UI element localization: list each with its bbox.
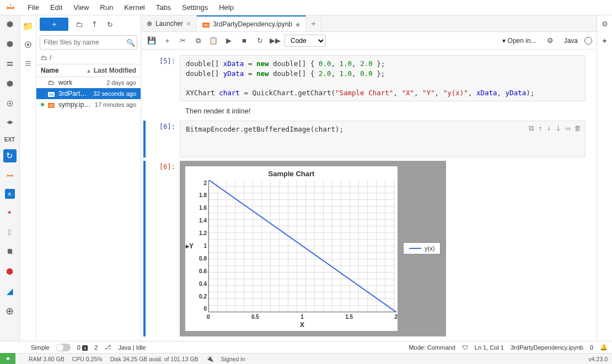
chart-xticks: 00.511.52	[207, 312, 398, 320]
corner-badge-icon[interactable]: ✦	[0, 353, 15, 364]
active-cell-indicator	[143, 121, 146, 157]
breadcrumb[interactable]: 🗀 /	[36, 52, 141, 64]
paste-icon[interactable]: 📋	[207, 35, 219, 47]
menu-help[interactable]: Help	[213, 2, 239, 13]
notebook-icon: nb	[47, 101, 55, 108]
activity-bar: EXT ↻ ≡ ■ 𓃰 ⬢ ◢ ⊕	[0, 15, 20, 341]
status-filename[interactable]: 3rdPartyDependency.ipynb	[511, 344, 583, 351]
menu-run[interactable]: Run	[94, 2, 119, 13]
doc-red-icon[interactable]: ■	[3, 205, 17, 219]
file-row[interactable]: nbsympy.ipynb17 minutes ago	[36, 99, 141, 110]
elephant-icon[interactable]: 𓃰	[3, 225, 17, 238]
menu-view[interactable]: View	[68, 2, 94, 13]
file-modified: 2 days ago	[106, 79, 136, 86]
delete-icon[interactable]: 🗑	[575, 123, 582, 133]
run-all-icon[interactable]: ▶▶	[269, 35, 281, 47]
shield-icon[interactable]: 🛡	[462, 344, 468, 351]
settings-gear-icon[interactable]: ⚙	[602, 20, 608, 28]
col-name[interactable]: Name	[41, 67, 87, 74]
kernel-status-icon[interactable]	[584, 37, 592, 45]
markdown-cell[interactable]: Then render it inline!	[143, 105, 586, 117]
code-editor[interactable]: double[] xData = new double[] { 0.0, 1.0…	[180, 55, 586, 101]
menu-kernel[interactable]: Kernel	[119, 2, 151, 13]
gear-icon[interactable]: ⚙	[544, 35, 556, 47]
file-name: 3rdPartyD...	[58, 90, 90, 97]
new-launcher-button[interactable]: ＋	[40, 18, 68, 31]
git-icon[interactable]: ⎇	[104, 344, 111, 351]
cube-icon[interactable]	[3, 18, 17, 31]
doc-blue-icon[interactable]: ≡	[5, 189, 15, 199]
insert-cell-icon[interactable]: ＋	[161, 35, 173, 47]
upload-icon[interactable]: ⤒	[89, 20, 99, 29]
notification-count[interactable]: 0	[590, 344, 593, 351]
refresh-box-icon[interactable]: ↻	[3, 149, 17, 162]
tab-add-button[interactable]: ＋	[306, 15, 321, 31]
menu-file[interactable]: File	[22, 2, 45, 13]
bug-icon[interactable]: ⬢	[3, 265, 17, 278]
tab-launcher[interactable]: ⊕Launcher×	[141, 15, 197, 31]
ram-status[interactable]: RAM 3.80 GB	[29, 356, 65, 362]
filter-box[interactable]: 🔍	[40, 35, 137, 50]
folder-icon[interactable]: 📁	[22, 20, 34, 32]
open-in-dropdown[interactable]: ▾ Open in...	[502, 37, 536, 45]
kernel-status-text[interactable]: Java | Idle	[118, 344, 146, 351]
bell-icon[interactable]: 🔔	[600, 344, 608, 351]
menu-settings[interactable]: Settings	[176, 2, 213, 13]
education-icon[interactable]	[3, 117, 17, 130]
col-modified[interactable]: Last Modified	[94, 67, 136, 74]
ext-label[interactable]: EXT	[4, 137, 15, 143]
run-icon[interactable]: ▶	[223, 35, 235, 47]
jupyter-small-icon[interactable]	[3, 169, 17, 182]
status-two[interactable]: 2	[94, 344, 98, 351]
db-icon[interactable]	[3, 245, 17, 258]
version-label[interactable]: v4.23.0	[589, 356, 608, 362]
file-row[interactable]: nb3rdPartyD...32 seconds ago	[36, 88, 141, 99]
target-icon[interactable]	[3, 97, 17, 110]
menu-tabs[interactable]: Tabs	[151, 2, 176, 13]
code-cell-active[interactable]: [6]: BitmapEncoder.getBufferedImage(char…	[143, 121, 586, 157]
menu-edit[interactable]: Edit	[45, 2, 68, 13]
tab-3rdpartydependency-ipynb[interactable]: nb3rdPartyDependency.ipynb●	[197, 15, 306, 31]
file-browser: ＋ 🗀 ⤒ ↻ 🔍 🗀 / Name ▴ Last Modified 🗀work…	[36, 15, 141, 341]
signed-in-status[interactable]: Signed in	[221, 356, 245, 362]
move-up-icon[interactable]: ↑	[538, 123, 543, 133]
new-folder-icon[interactable]: 🗀	[74, 20, 84, 29]
right-sidebar: ⚙ ✦	[597, 15, 612, 341]
layers-icon[interactable]	[3, 57, 17, 70]
simple-toggle[interactable]	[56, 344, 71, 351]
cube3-icon[interactable]	[3, 77, 17, 90]
file-name: work	[58, 79, 103, 86]
dirty-indicator-icon: ●	[296, 20, 300, 29]
add-circle-icon[interactable]: ⊕	[3, 305, 17, 318]
chart-plot-area	[208, 180, 396, 312]
restart-icon[interactable]: ↻	[254, 35, 266, 47]
list-icon[interactable]	[22, 57, 34, 69]
move-down-icon[interactable]: ↓	[547, 123, 551, 133]
close-icon[interactable]: ×	[186, 19, 191, 28]
download-icon[interactable]: ⤓	[555, 123, 561, 133]
duplicate-icon[interactable]: ⧉	[529, 123, 534, 133]
file-columns-header[interactable]: Name ▴ Last Modified	[36, 64, 141, 77]
kernel-name[interactable]: Java	[564, 37, 578, 45]
code-editor[interactable]: BitmapEncoder.getBufferedImage(chart); ⧉…	[180, 121, 586, 157]
cpu-status[interactable]: CPU 0.25%	[72, 356, 103, 362]
running-icon[interactable]	[22, 39, 34, 51]
file-row[interactable]: 🗀work2 days ago	[36, 77, 141, 88]
insert-below-icon[interactable]: ▭	[566, 123, 570, 133]
cell-type-select[interactable]: Code	[284, 35, 326, 47]
cube2-icon[interactable]	[3, 37, 17, 51]
cursor-position[interactable]: Ln 1, Col 1	[475, 344, 504, 351]
status-zero[interactable]: 0 s	[77, 344, 88, 351]
filter-input[interactable]	[44, 39, 126, 46]
vscode-icon[interactable]: ◢	[3, 285, 17, 298]
extension-icon[interactable]: ✦	[602, 37, 608, 45]
chart-title: Sample Chart	[185, 169, 398, 180]
save-icon[interactable]: 💾	[146, 35, 158, 47]
cut-icon[interactable]: ✂	[176, 35, 189, 47]
disk-status[interactable]: Disk 34.25 GB avail. of 101.13 GB	[110, 356, 198, 362]
chart-yticks: 21.81.61.41.210.80.60.40.20	[194, 180, 208, 312]
copy-icon[interactable]: ⧉	[192, 35, 204, 47]
refresh-icon[interactable]: ↻	[105, 20, 115, 29]
code-cell[interactable]: [5]: double[] xData = new double[] { 0.0…	[143, 55, 586, 101]
stop-icon[interactable]: ■	[238, 35, 250, 47]
